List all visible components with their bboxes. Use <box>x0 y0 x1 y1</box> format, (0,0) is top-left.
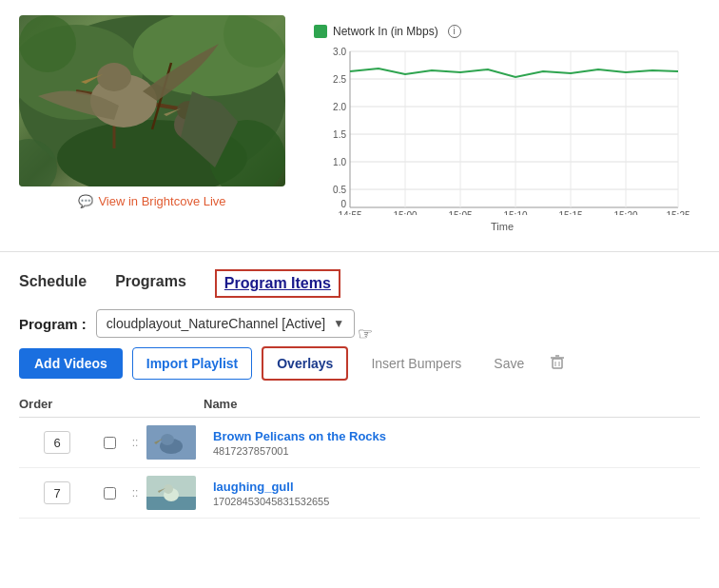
view-brightcove-link[interactable]: 💬 View in Brightcove Live <box>78 194 225 208</box>
chart-container: 3.0 2.5 2.0 1.5 1.0 0.5 0 <box>314 44 690 234</box>
table-section: Order Name 6 :: Brown Pelicans on the <box>0 391 719 519</box>
top-divider <box>0 251 719 252</box>
row-checkbox[interactable] <box>104 437 116 449</box>
tabs-section: Schedule Programs Program Items <box>0 260 719 298</box>
import-playlist-button[interactable]: Import Playlist <box>132 347 252 380</box>
col-order: Order <box>19 397 95 411</box>
order-value: 7 <box>44 481 70 504</box>
col-check <box>95 397 124 411</box>
table-row: 6 :: Brown Pelicans on the Rocks 4817237… <box>19 418 700 468</box>
drag-handle[interactable]: :: <box>124 486 146 500</box>
svg-text:15:05: 15:05 <box>448 210 472 215</box>
svg-text:15:20: 15:20 <box>613 210 637 215</box>
svg-rect-43 <box>553 359 562 368</box>
cursor-icon: ☞ <box>358 323 373 344</box>
insert-bumpers-button[interactable]: Insert Bumpers <box>358 348 475 379</box>
drag-handle[interactable]: :: <box>124 436 146 449</box>
video-id: 4817237857001 <box>213 445 700 457</box>
video-panel: 💬 View in Brightcove Live <box>19 15 285 208</box>
chart-x-title: Time <box>314 221 690 232</box>
col-thumb <box>146 397 204 411</box>
order-cell: 7 <box>19 481 95 504</box>
program-select[interactable]: cloudplayout_NatureChannel [Active] ▼ ☞ <box>96 309 355 338</box>
chart-legend: Network In (in Mbps) i <box>314 25 690 38</box>
svg-text:1.5: 1.5 <box>333 129 346 140</box>
network-chart-svg: 3.0 2.5 2.0 1.5 1.0 0.5 0 <box>314 44 690 215</box>
order-value: 6 <box>44 431 70 454</box>
svg-point-54 <box>164 484 173 494</box>
network-label: Network In (in Mbps) <box>333 25 438 38</box>
program-section: Program : cloudplayout_NatureChannel [Ac… <box>0 298 719 345</box>
col-name: Name <box>204 397 700 411</box>
checkbox-cell[interactable] <box>95 437 124 449</box>
name-cell: Brown Pelicans on the Rocks 481723785700… <box>204 429 700 457</box>
order-cell: 6 <box>19 431 95 454</box>
svg-point-10 <box>177 101 200 120</box>
svg-text:15:00: 15:00 <box>393 210 417 215</box>
actions-bar: Add Videos Import Playlist Overlays Inse… <box>0 345 719 391</box>
save-button[interactable]: Save <box>484 348 534 379</box>
delete-button[interactable] <box>543 345 572 382</box>
program-select-value: cloudplayout_NatureChannel [Active] <box>107 316 325 331</box>
thumb-cell <box>146 476 204 510</box>
video-name-link[interactable]: Brown Pelicans on the Rocks <box>213 429 700 443</box>
svg-text:14:55: 14:55 <box>338 210 361 215</box>
video-name-link[interactable]: laughing_gull <box>213 480 700 494</box>
video-id: 17028453045831532655 <box>213 496 700 507</box>
svg-text:2.0: 2.0 <box>333 102 346 112</box>
svg-text:15:10: 15:10 <box>503 210 527 215</box>
row-checkbox[interactable] <box>104 487 116 500</box>
network-chart-panel: Network In (in Mbps) i 3.0 2.5 2.0 1.5 1… <box>304 15 700 234</box>
checkbox-cell[interactable] <box>95 487 124 500</box>
overlays-button[interactable]: Overlays <box>262 346 348 381</box>
tab-schedule[interactable]: Schedule <box>19 273 87 294</box>
thumb-cell <box>146 425 204 460</box>
table-row: 7 :: laughing_gull 17028453045831532655 <box>19 468 700 519</box>
svg-point-8 <box>97 63 131 91</box>
svg-text:0.5: 0.5 <box>333 185 346 195</box>
svg-text:3.0: 3.0 <box>333 47 346 57</box>
tab-program-items[interactable]: Program Items <box>215 269 340 298</box>
info-icon[interactable]: i <box>448 25 461 38</box>
video-thumbnail <box>19 15 285 186</box>
col-drag <box>124 397 146 411</box>
svg-point-50 <box>161 434 174 445</box>
select-arrow-icon: ▼ <box>333 317 344 330</box>
svg-point-11 <box>19 15 76 72</box>
svg-text:1.0: 1.0 <box>333 157 346 167</box>
name-cell: laughing_gull 17028453045831532655 <box>204 480 700 507</box>
chat-icon: 💬 <box>78 194 93 208</box>
add-videos-button[interactable]: Add Videos <box>19 348 123 379</box>
table-header: Order Name <box>19 391 700 418</box>
legend-color-box <box>314 25 327 38</box>
svg-text:15:25: 15:25 <box>666 210 690 215</box>
program-label: Program : <box>19 316 87 332</box>
svg-text:2.5: 2.5 <box>333 74 346 85</box>
svg-text:0: 0 <box>340 199 346 209</box>
tab-programs[interactable]: Programs <box>115 273 186 294</box>
svg-text:15:15: 15:15 <box>558 210 582 215</box>
trash-icon <box>549 353 566 370</box>
